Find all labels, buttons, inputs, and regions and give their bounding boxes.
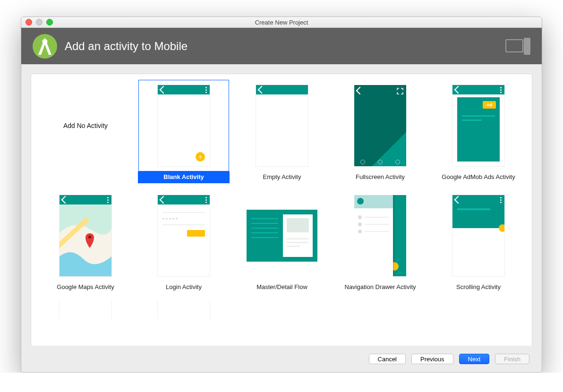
previous-button[interactable]: Previous bbox=[411, 354, 453, 364]
svg-point-0 bbox=[33, 34, 57, 59]
ad-badge: Ad bbox=[483, 101, 496, 109]
template-master-detail[interactable]: Master/Detail Flow bbox=[236, 190, 328, 293]
template-thumb bbox=[40, 300, 131, 320]
template-caption: Google Maps Activity bbox=[40, 281, 131, 293]
overflow-icon bbox=[205, 197, 207, 203]
phone-mock-icon bbox=[59, 300, 112, 320]
overflow-icon bbox=[500, 87, 502, 93]
template-thumb bbox=[138, 190, 229, 281]
phone-mock-icon bbox=[59, 195, 112, 277]
svg-rect-3 bbox=[524, 38, 530, 55]
fab-icon: + bbox=[196, 152, 205, 162]
titlebar: Create New Project bbox=[21, 17, 542, 28]
android-studio-logo-icon bbox=[32, 33, 58, 60]
overflow-icon bbox=[107, 197, 109, 203]
template-thumb: + bbox=[138, 80, 229, 171]
template-fullscreen-activity[interactable]: Fullscreen Activity bbox=[334, 80, 426, 183]
tablet-mock-icon bbox=[247, 210, 317, 262]
template-caption: Master/Detail Flow bbox=[236, 281, 328, 293]
template-thumb: Add No Activity bbox=[40, 80, 131, 171]
template-thumb: Ad bbox=[433, 80, 524, 171]
template-thumb bbox=[138, 300, 229, 320]
phone-mock-icon: + bbox=[157, 85, 210, 167]
template-caption: Login Activity bbox=[138, 281, 230, 293]
window-controls bbox=[26, 19, 53, 26]
template-thumb bbox=[335, 190, 426, 281]
template-caption: Empty Activity bbox=[236, 171, 328, 183]
phone-mock-icon bbox=[354, 85, 406, 166]
next-button[interactable]: Next bbox=[459, 354, 490, 364]
template-caption: Fullscreen Activity bbox=[334, 171, 426, 183]
finish-button: Finish bbox=[495, 354, 529, 364]
phone-mock-icon bbox=[452, 195, 505, 277]
content-area: Add No Activity . + Blank Activity bbox=[21, 64, 542, 346]
overflow-icon bbox=[205, 87, 207, 93]
template-maps-activity[interactable]: Google Maps Activity bbox=[40, 190, 131, 293]
svg-point-5 bbox=[88, 236, 91, 239]
template-partial-2[interactable] bbox=[138, 300, 230, 320]
minimize-window-button[interactable] bbox=[36, 19, 43, 26]
template-caption: Navigation Drawer Activity bbox=[334, 281, 426, 293]
template-empty-activity[interactable]: Empty Activity bbox=[236, 80, 328, 183]
back-arrow-icon bbox=[454, 196, 462, 204]
close-window-button[interactable] bbox=[26, 19, 32, 26]
back-arrow-icon bbox=[356, 87, 364, 95]
phone-mock-icon bbox=[256, 85, 308, 167]
template-grid: Add No Activity . + Blank Activity bbox=[40, 80, 523, 320]
template-nav-drawer[interactable]: Navigation Drawer Activity bbox=[334, 190, 426, 293]
window-title: Create New Project bbox=[21, 19, 542, 26]
template-caption: Blank Activity bbox=[138, 171, 230, 183]
zoom-window-button[interactable] bbox=[46, 19, 53, 26]
overflow-icon bbox=[500, 197, 502, 203]
template-thumb bbox=[237, 80, 327, 171]
footer: Cancel Previous Next Finish bbox=[21, 346, 542, 372]
login-button-icon bbox=[187, 230, 205, 237]
phone-mock-icon: Ad bbox=[452, 85, 505, 167]
form-factor-mobile-icon bbox=[505, 37, 531, 56]
template-blank-activity[interactable]: + Blank Activity bbox=[138, 80, 230, 183]
template-panel: Add No Activity . + Blank Activity bbox=[31, 74, 532, 346]
back-arrow-icon bbox=[61, 196, 69, 204]
map-graphic-icon bbox=[60, 205, 111, 276]
banner: Add an activity to Mobile bbox=[21, 28, 542, 64]
back-arrow-icon bbox=[160, 196, 168, 204]
fullscreen-icon bbox=[397, 88, 403, 94]
template-thumb bbox=[433, 190, 524, 281]
template-caption: Scrolling Activity bbox=[433, 281, 524, 293]
back-arrow-icon bbox=[160, 86, 168, 94]
svg-rect-2 bbox=[506, 40, 523, 52]
template-admob-activity[interactable]: Ad Google AdMob Ads Activity bbox=[433, 80, 524, 183]
cancel-button[interactable]: Cancel bbox=[369, 354, 406, 364]
template-thumb bbox=[335, 80, 426, 171]
template-thumb bbox=[40, 190, 131, 281]
template-scrolling-activity[interactable]: Scrolling Activity bbox=[433, 190, 524, 293]
star-fab-icon bbox=[499, 224, 505, 232]
back-arrow-icon bbox=[258, 86, 266, 94]
banner-heading: Add an activity to Mobile bbox=[65, 40, 188, 53]
dialog-window: Create New Project Add an activity to Mo… bbox=[21, 17, 542, 373]
phone-mock-icon bbox=[157, 195, 210, 277]
template-login-activity[interactable]: Login Activity bbox=[138, 190, 230, 293]
back-arrow-icon bbox=[454, 86, 462, 94]
template-caption: Google AdMob Ads Activity bbox=[433, 171, 524, 183]
phone-mock-icon bbox=[157, 300, 210, 320]
add-no-activity-label: Add No Activity bbox=[63, 122, 108, 129]
template-thumb bbox=[237, 190, 327, 281]
template-add-no-activity[interactable]: Add No Activity . bbox=[40, 80, 131, 183]
template-partial-1[interactable] bbox=[40, 300, 131, 320]
phone-mock-icon bbox=[354, 195, 406, 276]
